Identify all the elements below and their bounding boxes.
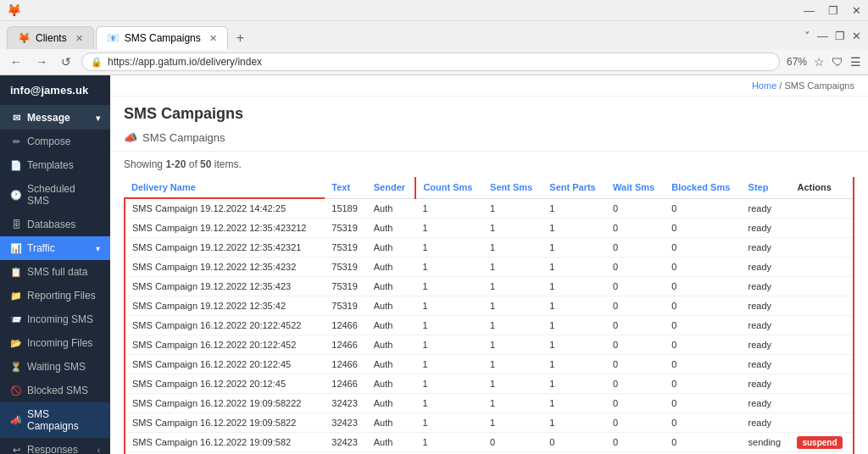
compose-icon: ✏ [10,136,22,147]
cell-sent: 1 [483,413,542,433]
col-wait-sms[interactable]: Wait Sms [606,177,665,198]
cell-sent: 0 [483,433,542,452]
cell-blocked: 0 [665,219,741,238]
breadcrumb-home[interactable]: Home [752,80,776,91]
sidebar-item-sms-campaigns[interactable]: 📣 SMS Campaigns [0,402,110,438]
shield-icon[interactable]: 🛡 [832,55,843,69]
cell-wait: 0 [606,198,665,219]
col-sent-parts[interactable]: Sent Parts [542,177,606,198]
tab-clients[interactable]: 🦊 Clients ✕ [7,26,94,49]
back-button[interactable]: ← [7,53,25,70]
star-icon[interactable]: ☆ [814,55,825,69]
sidebar-item-responses[interactable]: ↩ Responses ‹ [0,438,110,454]
tabs-minimize-icon[interactable]: ˅ [804,30,810,42]
close-btn[interactable]: ✕ [852,4,861,17]
cell-sender: Auth [367,277,416,296]
table-row: SMS Campaign 19.12.2022 12:35:4232 75319… [125,257,854,277]
reporting-files-icon: 📁 [10,291,22,302]
cell-sent: 1 [483,219,542,238]
cell-sender: Auth [367,316,416,335]
col-delivery-name[interactable]: Delivery Name [125,177,325,198]
browser-chrome: 🦊 Clients ✕ 📧 SMS Campaigns ✕ + ˅ — ❐ ✕ … [0,21,868,75]
clients-favicon: 🦊 [18,32,31,44]
tab-sms-close[interactable]: ✕ [209,33,217,44]
cell-name: SMS Campaign 19.12.2022 12:35:423212 [125,219,325,238]
cell-actions [790,374,854,394]
cell-step: ready [742,296,791,316]
col-text[interactable]: Text [325,177,366,198]
cell-actions [790,296,854,316]
cell-count: 1 [415,394,483,413]
sidebar-item-incoming-files[interactable]: 📂 Incoming Files [0,331,110,355]
maximize-btn[interactable]: ❐ [828,4,838,17]
cell-count: 1 [415,413,483,433]
col-blocked-sms[interactable]: Blocked Sms [665,177,741,198]
menu-icon[interactable]: ☰ [850,55,861,69]
table-row: SMS Campaign 19.12.2022 12:35:42 75319 A… [125,296,854,316]
cell-parts: 1 [542,198,606,219]
tab-clients-close[interactable]: ✕ [75,33,83,44]
cell-sent: 1 [483,277,542,296]
col-actions: Actions [790,177,854,198]
col-sent-sms[interactable]: Sent Sms [483,177,542,198]
cell-name: SMS Campaign 16.12.2022 20:12:45 [125,374,325,394]
cell-sender: Auth [367,413,416,433]
cell-step: ready [742,413,791,433]
cell-count: 1 [415,198,483,219]
tabs-restore-icon[interactable]: ❐ [835,30,845,42]
sidebar-item-databases[interactable]: 🗄 Databases [0,213,110,236]
page-subtitle: 📣 SMS Campaigns [110,128,868,152]
sidebar-item-sms-full-data[interactable]: 📋 SMS full data [0,260,110,284]
refresh-button[interactable]: ↺ [58,53,75,70]
cell-parts: 1 [542,374,606,394]
sidebar-message-label: Message [27,112,70,124]
sidebar-item-message[interactable]: ✉ Message ▾ [0,106,110,130]
cell-count: 1 [415,374,483,394]
showing-total: 50 [200,158,211,170]
cell-name: SMS Campaign 19.12.2022 14:42:25 [125,198,325,219]
cell-sender: Auth [367,335,416,355]
cell-sent: 1 [483,335,542,355]
breadcrumb-current: SMS Campaigns [784,80,854,91]
sidebar-item-templates[interactable]: 📄 Templates [0,153,110,177]
sidebar-blocked-label: Blocked SMS [27,385,88,396]
sms-subtitle-icon: 📣 [124,131,137,144]
cell-text: 15189 [325,198,366,219]
col-step[interactable]: Step [742,177,791,198]
col-count-sms[interactable]: Count Sms [415,177,483,198]
sidebar-incoming-files-label: Incoming Files [27,337,92,349]
sidebar-item-reporting-files[interactable]: 📁 Reporting Files [0,284,110,307]
cell-sender: Auth [367,355,416,374]
cell-name: SMS Campaign 19.12.2022 12:35:42321 [125,238,325,257]
page-title: SMS Campaigns [110,97,868,128]
cell-actions [790,335,854,355]
minimize-btn[interactable]: — [804,4,815,17]
cell-count: 1 [415,296,483,316]
sidebar-item-compose[interactable]: ✏ Compose [0,130,110,153]
sidebar-item-traffic[interactable]: 📊 Traffic ▾ [0,236,110,260]
cell-parts: 1 [542,238,606,257]
address-bar[interactable]: 🔒 https://app.gatum.io/delivery/index [81,53,780,71]
cell-wait: 0 [606,394,665,413]
cell-actions [790,355,854,374]
new-tab-button[interactable]: + [230,27,251,49]
cell-blocked: 0 [665,198,741,219]
cell-actions [790,316,854,335]
cell-parts: 1 [542,394,606,413]
tabs-close-icon[interactable]: ✕ [852,30,861,42]
table-body: SMS Campaign 19.12.2022 14:42:25 15189 A… [125,198,854,454]
suspend-badge[interactable]: suspend [797,436,842,449]
tabs-new-window-icon[interactable]: — [817,30,828,42]
incoming-files-icon: 📂 [10,338,22,349]
sidebar-item-blocked-sms[interactable]: 🚫 Blocked SMS [0,379,110,402]
tab-clients-label: Clients [36,32,67,44]
tab-sms-campaigns[interactable]: 📧 SMS Campaigns ✕ [96,26,228,50]
cell-name: SMS Campaign 16.12.2022 20:122:452 [125,335,325,355]
cell-actions [790,413,854,433]
sidebar-item-incoming-sms[interactable]: 📨 Incoming SMS [0,307,110,331]
sidebar-databases-label: Databases [27,219,75,230]
forward-button[interactable]: → [32,53,51,70]
sidebar-item-waiting-sms[interactable]: ⏳ Waiting SMS [0,355,110,379]
sidebar-item-scheduled-sms[interactable]: 🕐 Scheduled SMS [0,177,110,213]
col-sender[interactable]: Sender [367,177,416,198]
